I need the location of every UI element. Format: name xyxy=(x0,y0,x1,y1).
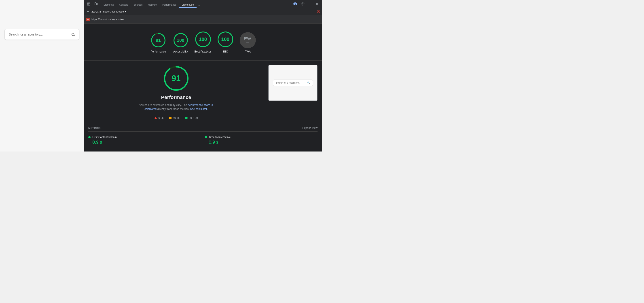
metric-fcp: First Contentful Paint 0.9 s xyxy=(88,136,201,145)
devtools-topbar: Elements Console Sources Network Perform… xyxy=(84,0,322,8)
browser-page xyxy=(0,0,84,151)
screenshot-preview-container: Search for a repository... 🔍 xyxy=(268,65,318,120)
performance-score: 91 xyxy=(156,38,160,43)
pwa-label-inner: PWA xyxy=(244,37,251,40)
metric-tti-name-row: Time to Interactive xyxy=(205,136,318,139)
metric-tti-dot xyxy=(205,136,207,138)
tab-console[interactable]: Console xyxy=(116,2,131,8)
device-icon[interactable] xyxy=(93,1,99,7)
legend-red: 0–49 xyxy=(154,116,164,120)
performance-label: Performance xyxy=(150,50,166,54)
page-search-input[interactable] xyxy=(9,33,71,36)
tab-sources[interactable]: Sources xyxy=(131,2,145,8)
metric-fcp-name-row: First Contentful Paint xyxy=(88,136,201,139)
accessibility-circle: 100 xyxy=(173,32,189,48)
big-performance-circle: 91 xyxy=(163,65,190,92)
page-search-box[interactable] xyxy=(4,29,80,40)
screenshot-preview: Search for a repository... 🔍 xyxy=(268,65,318,101)
close-icon[interactable]: ✕ xyxy=(314,1,320,7)
score-item-best-practices[interactable]: 100 Best Practices xyxy=(194,30,212,54)
timestamp-text: 22:42:35 - nuport.mainly.code ▼ xyxy=(92,10,316,13)
settings-icon[interactable] xyxy=(300,1,306,7)
performance-left: 91 Performance Values are estimated and … xyxy=(88,65,264,120)
score-circles-row: 91 Performance 100 Accessibility xyxy=(86,28,320,56)
legend-row: 0–49 50–89 90–100 xyxy=(154,116,198,120)
tab-more-icon[interactable]: » xyxy=(196,2,202,8)
screenshot-search-icon: 🔍 xyxy=(307,82,310,84)
pwa-circle: PWA — xyxy=(240,32,256,48)
score-item-performance[interactable]: 91 Performance xyxy=(149,32,167,54)
seo-label: SEO xyxy=(222,50,228,54)
legend-green: 90–100 xyxy=(185,116,198,120)
legend-green-label: 90–100 xyxy=(189,116,198,120)
performance-section: 91 Performance Values are estimated and … xyxy=(86,60,320,124)
seo-score: 100 xyxy=(221,36,230,42)
big-score-container: 91 Performance Values are estimated and … xyxy=(88,65,264,120)
metric-fcp-name: First Contentful Paint xyxy=(92,136,118,139)
score-item-seo[interactable]: 100 SEO xyxy=(216,30,234,54)
page-search-icon xyxy=(71,32,75,36)
metrics-title: METRICS xyxy=(88,127,100,129)
pwa-label: PWA xyxy=(245,50,251,54)
block-icon[interactable]: 🚫 xyxy=(317,10,320,13)
svg-rect-3 xyxy=(95,2,96,5)
legend-orange: 50–89 xyxy=(169,116,180,120)
svg-rect-2 xyxy=(88,3,90,5)
new-tab-icon[interactable]: + xyxy=(86,9,90,14)
tab-lighthouse[interactable]: Lighthouse xyxy=(179,2,196,8)
screenshot-search-box: Search for a repository... 🔍 xyxy=(273,79,313,86)
score-description: Values are estimated and may vary. The p… xyxy=(138,103,214,111)
favicon: N xyxy=(86,18,90,21)
url-bar: + 22:42:35 - nuport.mainly.code ▼ 🚫 xyxy=(84,8,322,15)
metric-tti-value: 0.9 s xyxy=(205,140,318,145)
metric-fcp-value: 0.9 s xyxy=(88,140,201,145)
metrics-grid: First Contentful Paint 0.9 s Time to Int… xyxy=(88,133,318,147)
desc-start: Values are estimated and may vary. The xyxy=(139,103,188,107)
metric-fcp-dot xyxy=(88,136,90,138)
legend-green-icon xyxy=(185,117,188,119)
best-practices-label: Best Practices xyxy=(194,50,212,54)
calculator-link[interactable]: See calculator. xyxy=(190,107,208,111)
page-url-text: https://nuport.mainly.codes/ xyxy=(92,18,314,21)
screenshot-inner: Search for a repository... 🔍 xyxy=(268,65,317,101)
metric-tti: Time to Interactive 0.9 s xyxy=(205,136,318,145)
svg-line-1 xyxy=(74,35,75,36)
metric-tti-name: Time to Interactive xyxy=(209,136,231,139)
screenshot-search-text: Search for a repository... xyxy=(276,82,300,84)
performance-circle: 91 xyxy=(150,32,166,48)
seo-circle: 100 xyxy=(216,30,234,48)
big-performance-score: 91 xyxy=(172,74,180,83)
svg-point-5 xyxy=(302,3,303,4)
legend-orange-icon xyxy=(169,117,172,119)
devtools-panel: Elements Console Sources Network Perform… xyxy=(84,0,322,151)
pwa-dash: — xyxy=(246,41,249,44)
console-badge: 1 xyxy=(294,2,297,5)
big-performance-title: Performance xyxy=(161,94,191,100)
best-practices-circle: 100 xyxy=(194,30,212,48)
accessibility-label: Accessibility xyxy=(173,50,188,54)
score-item-pwa[interactable]: PWA — PWA xyxy=(239,32,257,54)
accessibility-score: 100 xyxy=(177,38,184,43)
metrics-section: METRICS Expand view First Contentful Pai… xyxy=(86,124,320,151)
legend-red-label: 0–49 xyxy=(158,116,164,120)
svg-rect-4 xyxy=(96,3,98,5)
svg-point-0 xyxy=(72,33,74,35)
page-url-more-icon[interactable]: ⋮ xyxy=(316,17,320,21)
lighthouse-content: 91 Performance 100 Accessibility xyxy=(84,24,322,151)
page-url-bar: N https://nuport.mainly.codes/ ⋮ xyxy=(84,15,322,24)
expand-view-button[interactable]: Expand view xyxy=(302,126,318,130)
metrics-header: METRICS Expand view xyxy=(88,126,318,132)
tab-performance[interactable]: Performance xyxy=(160,2,179,8)
inspect-icon[interactable] xyxy=(86,1,92,7)
desc-middle: directly from these metrics. xyxy=(156,107,190,111)
more-options-icon[interactable]: ⋮ xyxy=(307,1,313,7)
score-item-accessibility[interactable]: 100 Accessibility xyxy=(172,32,190,54)
legend-orange-label: 50–89 xyxy=(173,116,180,120)
tab-elements[interactable]: Elements xyxy=(101,2,116,8)
best-practices-score: 100 xyxy=(199,36,207,42)
legend-red-icon xyxy=(154,117,157,119)
tab-network[interactable]: Network xyxy=(145,2,160,8)
